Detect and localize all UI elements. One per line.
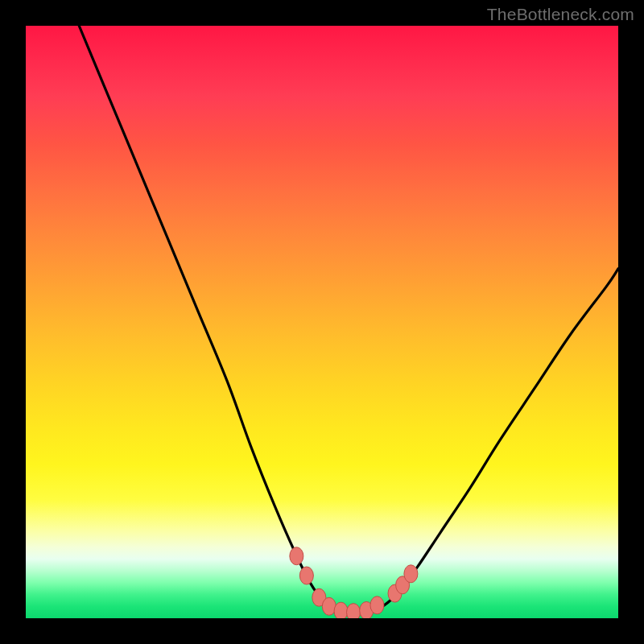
curve-marker	[347, 604, 361, 618]
bottleneck-curve	[79, 26, 618, 613]
curve-marker	[404, 565, 418, 583]
curve-marker	[290, 547, 303, 565]
curve-markers	[290, 547, 418, 618]
curve-marker	[299, 567, 313, 584]
plot-area	[26, 26, 618, 618]
watermark-text: TheBottleneck.com	[487, 5, 634, 24]
curve-layer	[26, 26, 618, 618]
curve-marker	[370, 597, 384, 614]
curve-marker	[334, 602, 348, 618]
outer-frame: TheBottleneck.com	[0, 0, 644, 644]
